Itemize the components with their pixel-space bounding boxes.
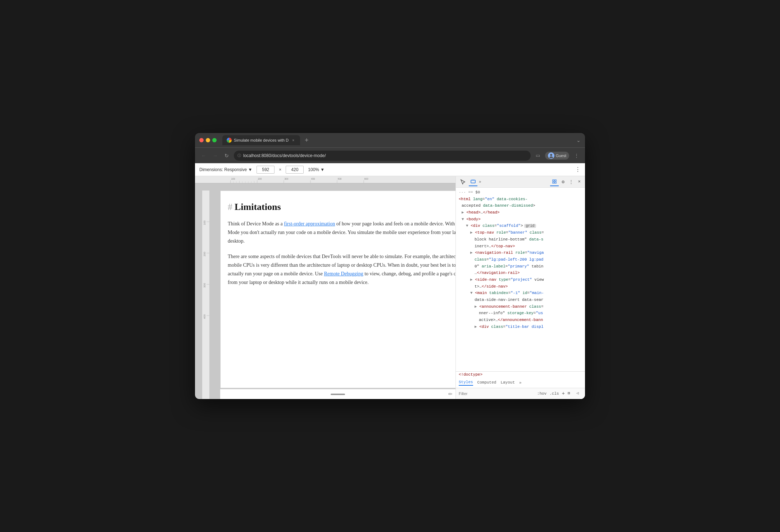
dom-line-navr-cont2: 0" aria-label="primary" tabin — [456, 263, 585, 270]
add-style-button[interactable]: + — [562, 391, 565, 396]
cls-button[interactable]: .cls — [549, 391, 559, 396]
tab-favicon — [227, 138, 232, 143]
tab-label: Simulate mobile devices with D — [234, 138, 289, 142]
left-panel: 100 200 300 400 500 600 — [195, 176, 455, 399]
page-bottom-bar: ✏ — [220, 389, 455, 399]
heading-hash: # — [228, 202, 232, 212]
devtools-tab-bar: » ⚙ ⋮ × — [456, 176, 585, 188]
layout-tab[interactable]: Layout — [500, 380, 515, 385]
svg-point-1 — [549, 156, 553, 158]
dom-line-titlebar[interactable]: ▶ <div class="title-bar displ — [456, 324, 585, 330]
profile-button[interactable]: Guest — [545, 152, 569, 160]
height-input[interactable] — [286, 166, 304, 174]
dimension-separator: × — [279, 167, 281, 172]
device-toolbar: Dimensions: Responsive ▼ × 100% ▼ ⋮ — [195, 163, 585, 176]
remote-debugging-link[interactable]: Remote Debugging — [324, 271, 363, 276]
new-tab-button[interactable]: + — [301, 135, 312, 145]
minimize-button[interactable] — [206, 138, 210, 142]
devtools-close-button[interactable]: × — [576, 179, 582, 184]
heading-text: Limitations — [235, 202, 281, 212]
more-tabs-icon[interactable]: » — [479, 180, 481, 184]
svg-rect-32 — [471, 180, 475, 183]
cursor-icon[interactable] — [459, 178, 467, 186]
svg-text:600: 600 — [364, 178, 368, 181]
tab-close-button[interactable]: × — [291, 138, 296, 143]
dom-line-sidenav[interactable]: ▶ <side-nav type="project" view — [456, 276, 585, 283]
page-content: # Limitations Think of Device Mode as a … — [221, 191, 455, 305]
active-tab[interactable]: Simulate mobile devices with D × — [222, 135, 300, 145]
computed-tab[interactable]: Computed — [477, 380, 496, 385]
toolbar-menu-dots[interactable]: ⋮ — [575, 166, 581, 173]
paragraph-1: Think of Device Mode as a first-order ap… — [228, 220, 455, 245]
url-bar[interactable]: ⓘ localhost:8080/docs/devtools/device-mo… — [234, 151, 531, 161]
dom-line-main[interactable]: ▼ <main tabindex="-1" id="main- — [456, 290, 585, 297]
styles-more-tabs[interactable]: » — [519, 381, 522, 385]
devtools-bottom: <!doctype> Styles Computed Layout » :hov… — [456, 371, 585, 399]
settings-icon[interactable]: ⚙ — [560, 179, 566, 185]
page-frame: # Limitations Think of Device Mode as a … — [220, 191, 455, 388]
devtools-menu-dots[interactable]: ⋮ — [567, 179, 575, 185]
menu-icon[interactable]: ⋮ — [572, 151, 581, 160]
elements-panel-icon[interactable] — [550, 178, 559, 186]
dom-line-topnav-end: inert>…</top-nav> — [456, 243, 585, 250]
dimensions-label[interactable]: Dimensions: Responsive ▼ — [199, 167, 252, 172]
tab-bar: Simulate mobile devices with D × + — [222, 135, 573, 145]
dom-line-annbanner-cont1: nner--info" storage-key="us — [456, 310, 585, 317]
dom-line-doctype-comment: ··· == $0 — [456, 189, 585, 196]
page-area: 100 200 300 400 # Limitations — [202, 183, 455, 399]
svg-text:400: 400 — [311, 178, 315, 181]
dom-line-head[interactable]: ▶ <head>…</head> — [456, 209, 585, 216]
svg-text:500: 500 — [338, 178, 342, 181]
arrows-icon[interactable]: ◁ — [576, 391, 582, 396]
dom-line-annbanner[interactable]: ▶ <announcement-banner class= — [456, 303, 585, 310]
traffic-lights — [199, 138, 217, 142]
dom-line-annbanner-cont2: active>…</announcement-bann — [456, 317, 585, 324]
devtools-panel: » ⚙ ⋮ × ··· == $0 <html lang="en" data-c… — [455, 176, 585, 399]
browser-window: Simulate mobile devices with D × + ⌄ ← →… — [195, 133, 585, 399]
dom-line-navr[interactable]: ▶ <navigation-rail role="naviga — [456, 249, 585, 256]
dom-line-navr-end: …</navigation-rail> — [456, 270, 585, 276]
doctype-selector[interactable]: <!doctype> — [456, 372, 585, 377]
svg-point-0 — [550, 154, 552, 156]
dom-line-topnav[interactable]: ▶ <top-nav role="banner" class= — [456, 229, 585, 236]
svg-text:200: 200 — [203, 252, 206, 257]
back-button[interactable]: ← — [199, 151, 208, 160]
width-input[interactable] — [257, 166, 275, 174]
dom-line-topnav-cont: block hairline-bottom" data-s — [456, 236, 585, 243]
page-heading: # Limitations — [228, 202, 455, 212]
styles-filter-input[interactable] — [459, 391, 534, 396]
bottom-handle — [331, 394, 345, 395]
address-bar: ← → ↻ ⓘ localhost:8080/docs/devtools/dev… — [195, 147, 585, 163]
title-bar: Simulate mobile devices with D × + ⌄ — [195, 133, 585, 147]
vertical-ruler: 100 200 300 400 — [202, 191, 209, 399]
maximize-button[interactable] — [212, 138, 217, 142]
styles-tab[interactable]: Styles — [459, 380, 473, 386]
styles-filter-bar: :hov .cls + ⊞ ◁ — [456, 388, 585, 399]
main-content: 100 200 300 400 500 600 — [195, 176, 585, 399]
dom-line-html[interactable]: <html lang="en" data-cookies- — [456, 196, 585, 203]
dom-line-scaffold[interactable]: ▼ <div class="scaffold">grid — [456, 223, 585, 229]
svg-text:100: 100 — [203, 220, 206, 225]
hov-button[interactable]: :hov — [537, 391, 547, 396]
svg-text:300: 300 — [284, 178, 288, 181]
zoom-select[interactable]: 100% ▼ — [308, 167, 325, 172]
address-right: ▭ Guest ⋮ — [534, 151, 581, 160]
paragraph-2: There are some aspects of mobile devices… — [228, 252, 455, 286]
svg-text:100: 100 — [231, 178, 235, 181]
first-order-link[interactable]: first-order approximation — [284, 221, 335, 226]
device-icon[interactable] — [469, 178, 477, 186]
horizontal-ruler: 100 200 300 400 500 600 — [195, 176, 455, 183]
pencil-icon[interactable]: ✏ — [448, 391, 453, 397]
close-button[interactable] — [199, 138, 204, 142]
refresh-button[interactable]: ↻ — [222, 151, 231, 160]
svg-rect-33 — [472, 180, 474, 180]
new-style-icon[interactable]: ⊞ — [568, 391, 573, 396]
lock-icon: ⓘ — [237, 153, 241, 158]
forward-button[interactable]: → — [211, 151, 219, 160]
cast-icon[interactable]: ▭ — [534, 151, 542, 160]
dom-line-body[interactable]: ▼ <body> — [456, 216, 585, 223]
dom-line-sidenav-end: t>…</side-nav> — [456, 283, 585, 290]
tab-dropdown[interactable]: ⌄ — [576, 137, 581, 143]
svg-text:200: 200 — [258, 178, 262, 181]
dom-line-html-cont: accepted data-banner-dismissed> — [456, 202, 585, 209]
